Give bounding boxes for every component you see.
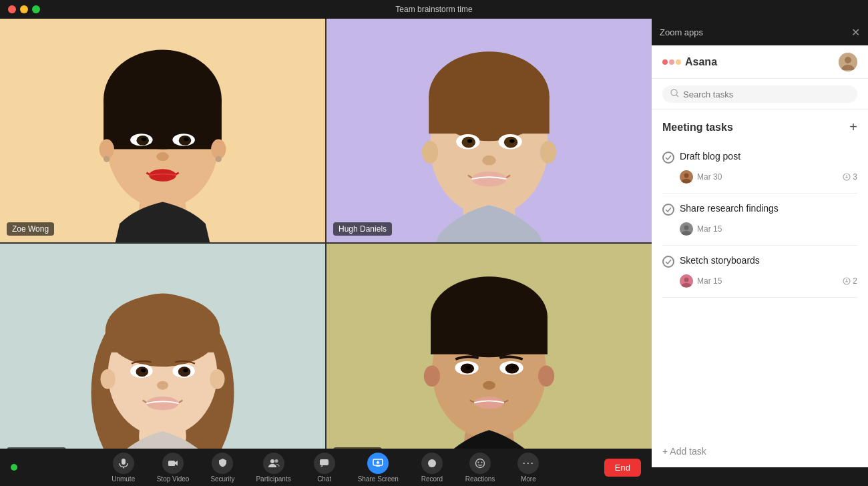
svg-point-14 — [149, 169, 176, 182]
zoom-panel-header: Zoom apps ✕ — [652, 19, 868, 45]
toolbar-share-screen[interactable]: Share Screen — [358, 453, 399, 483]
tasks-header: Meeting tasks + — [652, 110, 868, 142]
bottom-toolbar: Unmute Stop Video Security Parti — [0, 449, 652, 486]
jenny-face-svg — [0, 244, 325, 467]
task-count-val-1: 3 — [853, 172, 857, 182]
svg-point-61 — [483, 381, 495, 390]
video-icon — [162, 453, 184, 474]
svg-point-47 — [146, 397, 178, 410]
asana-dot-3 — [676, 59, 681, 65]
task-avatar-3 — [680, 274, 693, 288]
window-title: Team brainstorm time — [395, 5, 472, 14]
toolbar-left — [11, 464, 17, 471]
search-wrap[interactable] — [662, 85, 857, 103]
svg-point-54 — [538, 365, 554, 387]
share-screen-label: Share Screen — [358, 475, 399, 483]
task-check-3[interactable] — [662, 256, 674, 268]
zoe-bg — [0, 19, 325, 242]
task-list: Draft blog post Mar 30 — [652, 142, 868, 435]
svg-point-31 — [471, 172, 506, 186]
svg-point-38 — [100, 369, 115, 389]
svg-point-67 — [274, 459, 278, 463]
task-check-1[interactable] — [662, 152, 674, 164]
svg-point-88 — [684, 278, 689, 282]
task-date-wrap-2: Mar 15 — [680, 222, 722, 236]
svg-rect-52 — [431, 317, 548, 354]
svg-point-78 — [671, 89, 677, 95]
toolbar-more[interactable]: ··· More — [513, 453, 543, 483]
add-task-row[interactable]: + Add task — [652, 435, 868, 467]
video-cell-dave: Dave Jung — [327, 244, 652, 467]
task-row-3: Sketch storyboards — [662, 255, 857, 268]
svg-point-30 — [482, 156, 495, 166]
toolbar-participants[interactable]: Participants — [256, 453, 290, 483]
toolbar-unmute[interactable]: Unmute — [109, 453, 138, 483]
video-cell-hugh: Hugh Daniels — [327, 19, 652, 242]
mic-icon — [113, 453, 134, 474]
task-date-3: Mar 15 — [697, 276, 722, 286]
toolbar-reactions[interactable]: Reactions — [465, 453, 495, 483]
svg-point-15 — [103, 156, 110, 162]
task-item-share-research: Share research findings Mar 15 — [662, 194, 857, 246]
record-icon — [421, 453, 443, 474]
zoom-apps-title: Zoom apps — [660, 27, 703, 37]
svg-rect-65 — [168, 461, 175, 466]
more-icon: ··· — [517, 453, 539, 474]
task-count-1: 3 — [843, 172, 857, 182]
add-task-label: + Add task — [662, 446, 706, 457]
task-date-1: Mar 30 — [697, 172, 722, 182]
svg-point-29 — [509, 140, 514, 144]
asana-dot-2 — [669, 59, 674, 65]
task-meta-1: Mar 30 3 — [662, 170, 857, 184]
svg-rect-4 — [103, 99, 222, 149]
close-button[interactable] — [8, 5, 16, 13]
svg-point-16 — [216, 156, 222, 162]
hugh-face-svg — [327, 19, 652, 242]
toolbar-stop-video[interactable]: Stop Video — [157, 453, 190, 483]
stop-video-label: Stop Video — [157, 475, 190, 483]
end-button[interactable]: End — [604, 459, 641, 477]
svg-point-12 — [184, 138, 188, 142]
toolbar-chat[interactable]: Chat — [310, 453, 339, 483]
task-item-draft-blog: Draft blog post Mar 30 — [662, 142, 857, 194]
svg-point-62 — [474, 397, 504, 409]
search-icon — [670, 89, 679, 99]
toolbar-record[interactable]: Record — [417, 453, 447, 483]
toolbar-right: End — [604, 459, 641, 477]
task-count-val-3: 2 — [853, 276, 857, 286]
svg-point-23 — [540, 141, 556, 164]
fullscreen-button[interactable] — [32, 5, 40, 13]
svg-point-53 — [424, 365, 440, 387]
task-name-2: Share research findings — [680, 203, 779, 214]
svg-point-28 — [467, 140, 472, 144]
jenny-bg — [0, 244, 325, 467]
title-bar: Team brainstorm time — [0, 0, 868, 19]
asana-app-header: Asana — [652, 45, 868, 79]
task-date-wrap-3: Mar 15 — [680, 274, 722, 288]
task-item-sketch-storyboards: Sketch storyboards Mar 15 — [662, 246, 857, 298]
svg-point-39 — [210, 369, 224, 389]
traffic-lights — [8, 5, 40, 13]
minimize-button[interactable] — [20, 5, 28, 13]
chat-icon — [314, 453, 335, 474]
add-task-header-button[interactable]: + — [849, 119, 857, 135]
zoe-name-badge: Zoe Wong — [7, 222, 54, 236]
svg-point-13 — [156, 152, 169, 161]
close-panel-button[interactable]: ✕ — [851, 26, 860, 39]
svg-point-59 — [466, 365, 471, 369]
svg-point-44 — [141, 369, 146, 373]
record-label: Record — [421, 475, 443, 483]
asana-app-name: Asana — [685, 56, 717, 68]
task-meta-2: Mar 15 — [662, 222, 857, 236]
svg-rect-21 — [429, 96, 550, 134]
task-date-2: Mar 15 — [697, 224, 722, 234]
reactions-icon — [469, 453, 491, 474]
meeting-tasks-title: Meeting tasks — [662, 121, 733, 134]
share-screen-icon — [367, 453, 389, 474]
task-check-2[interactable] — [662, 204, 674, 216]
video-grid: Zoe Wong — [0, 19, 652, 467]
security-icon — [212, 453, 233, 474]
toolbar-security[interactable]: Security — [208, 453, 237, 483]
svg-point-73 — [476, 459, 485, 467]
search-input[interactable] — [683, 89, 849, 99]
